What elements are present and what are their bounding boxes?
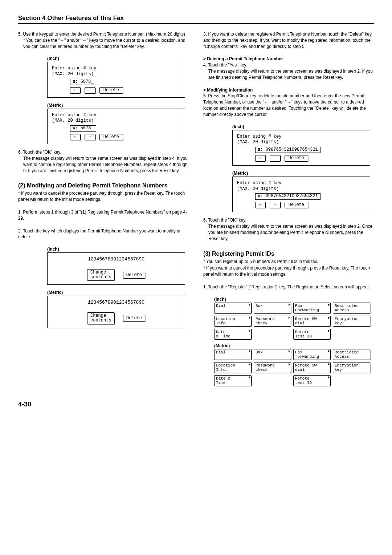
panel-line1: Enter using # key <box>237 134 366 140</box>
delete-button[interactable]: Delete <box>123 272 145 279</box>
reg-box-button[interactable]: Box <box>254 303 291 313</box>
sec2-step-6-body: The message display will return to the s… <box>208 223 374 242</box>
metric-label: (Metric) <box>47 103 189 108</box>
empty-cell <box>333 375 370 385</box>
sec2-step-4-body: The message display will return to the s… <box>208 68 374 81</box>
arrow-left-button[interactable]: ← <box>255 155 266 162</box>
reg-fax-forwarding-button[interactable]: Fax Forwarding <box>293 303 331 313</box>
reg-restricted-access-button[interactable]: Restricted Access <box>333 303 370 313</box>
panel-line2: (MAX. 20 digits) <box>237 186 366 192</box>
right-column: 3. If you want to delete the registered … <box>203 31 374 390</box>
arrow-right-button[interactable]: → <box>85 87 95 94</box>
subheading-3: (3) Registering Permit IDs <box>203 251 374 257</box>
metric-label: (Metric) <box>214 343 374 348</box>
sec3-step-1: 1. Touch the "Register" ["Registration"]… <box>203 284 374 290</box>
step-5-note: * You can use the "←" and/or "→" keys to… <box>23 37 189 50</box>
sec2-step-3: 3. If you want to delete the registered … <box>203 31 374 49</box>
lcd-panel-inch-c: Enter using # key (MAX. 20 digits) ☎: 09… <box>232 130 370 166</box>
registration-grid-metric: Dial Box Fax forwarding Restricted Acces… <box>214 349 370 386</box>
reg-remote-test-id-button[interactable]: Remote test ID <box>293 375 331 386</box>
phone-display: ☎: 09876543210987654321 <box>255 193 320 200</box>
phone-display: ☎: 5678_ <box>70 125 96 132</box>
reg-dial-button[interactable]: Dial <box>214 303 252 313</box>
delete-button[interactable]: Delete <box>123 315 145 322</box>
delete-button[interactable]: Delete <box>285 155 308 162</box>
arrow-right-button[interactable]: → <box>270 155 280 162</box>
subheading-2: (2) Modifying and Deleting Permit Teleph… <box>18 182 189 189</box>
two-column-layout: 5. Use the keypad to enter the desired P… <box>18 31 374 390</box>
reg-password-check-button[interactable]: Password check <box>254 316 291 327</box>
reg-encryption-key-button[interactable]: Encryption key <box>333 316 370 327</box>
delete-button[interactable]: Delete <box>99 134 123 141</box>
panel-line2: (MAX. 20 digits) <box>237 139 366 145</box>
subheading-3-note1: * You can register up to 5 numbers as Pe… <box>203 259 374 265</box>
deleting-heading-block: > Deleting a Permit Telephone Number 4. … <box>203 56 374 80</box>
sec2-step-1: 1. Perform steps 1 through 3 of "(1) Reg… <box>18 209 189 222</box>
phone-display: ☎: 09876543210987654321 <box>255 147 320 153</box>
delete-button[interactable]: Delete <box>99 87 123 94</box>
reg-password-check-button[interactable]: Password check <box>254 362 291 373</box>
inch-label: (Inch) <box>47 56 189 61</box>
step-6-body: The message display will return to the s… <box>23 155 189 174</box>
lcd-panel-metric-a: Enter using #-key (MAX. 20 digits) ☎: 56… <box>47 109 185 144</box>
arrow-left-button[interactable]: ← <box>70 87 81 94</box>
reg-remote-sw-dial-button[interactable]: Remote SW dial <box>293 316 331 327</box>
lcd-panel-inch-a: Enter using # key (MAX. 20 digits) ☎: 56… <box>47 62 185 97</box>
inch-label: (Inch) <box>232 124 374 129</box>
deleting-heading: > Deleting a Permit Telephone Number <box>203 56 283 61</box>
subheading-3-note2: * If you want to cancel the procedure pa… <box>203 265 374 278</box>
panel-line2: (MAX. 20 digits) <box>52 118 180 124</box>
left-column: 5. Use the keypad to enter the desired P… <box>18 31 189 390</box>
metric-label: (Metric) <box>47 290 189 295</box>
reg-fax-forwarding-button[interactable]: Fax forwarding <box>293 349 331 360</box>
reg-remote-sw-dial-button[interactable]: Remote SW dial <box>293 362 331 373</box>
phone-display: ☎: 5678_ <box>70 79 96 85</box>
phone-number-entry: 12345678901234567890 <box>52 256 180 263</box>
reg-date-time-button[interactable]: Date & Time <box>214 375 252 386</box>
reg-location-info-button[interactable]: Location Info. <box>214 316 252 327</box>
registration-grid-inch: Dial Box Fax Forwarding Restricted Acces… <box>214 303 370 340</box>
empty-cell <box>254 329 291 339</box>
arrow-left-button[interactable]: ← <box>70 134 81 141</box>
phone-number-entry: 12345678901234567890 <box>52 300 180 306</box>
lcd-panel-inch-b: 12345678901234567890 Change contents Del… <box>47 252 185 285</box>
reg-restricted-access-button[interactable]: Restricted Access <box>333 349 370 360</box>
step-5-text: 5. Use the keypad to enter the desired P… <box>18 32 185 37</box>
step-5: 5. Use the keypad to enter the desired P… <box>18 31 189 49</box>
sec2-step-6-head: 6. Touch the "OK" key. <box>203 218 246 223</box>
metric-label: (Metric) <box>232 171 374 176</box>
step-6: 6. Touch the "OK" key. The message displ… <box>18 149 189 174</box>
delete-button[interactable]: Delete <box>285 202 308 208</box>
reg-encryption-key-button[interactable]: Encryption key <box>333 362 370 373</box>
reg-location-info-button[interactable]: Location Info. <box>214 362 252 373</box>
page-number: 4-30 <box>18 401 374 408</box>
change-contents-button[interactable]: Change contents <box>87 312 115 324</box>
arrow-left-button[interactable]: ← <box>255 202 266 208</box>
empty-cell <box>333 329 370 339</box>
arrow-right-button[interactable]: → <box>270 202 280 208</box>
panel-line1: Enter using #-key <box>237 181 366 186</box>
panel-line2: (MAX. 20 digits) <box>52 72 180 77</box>
reg-dial-button[interactable]: Dial <box>214 349 252 360</box>
modifying-heading: > Modifying information <box>203 88 253 93</box>
sec2-step-5: 5. Press the Stop/Clear key to delete th… <box>203 93 366 117</box>
reg-box-button[interactable]: Box <box>254 349 291 360</box>
empty-cell <box>254 375 291 385</box>
reg-remote-test-id-button[interactable]: Remote Test ID <box>293 329 331 340</box>
modifying-heading-block: > Modifying information 5. Press the Sto… <box>203 87 374 118</box>
lcd-panel-metric-c: Enter using #-key (MAX. 20 digits) ☎: 09… <box>232 177 370 212</box>
inch-label: (Inch) <box>47 247 189 252</box>
reg-date-time-button[interactable]: Date & Time <box>214 329 252 340</box>
arrow-right-button[interactable]: → <box>85 134 95 141</box>
subheading-2-note: * If you want to cancel the procedure pa… <box>18 190 189 203</box>
change-contents-button[interactable]: Change contents <box>87 269 115 281</box>
panel-line1: Enter using #-key <box>52 113 180 118</box>
section-header: Section 4 Other Features of this Fax <box>18 15 374 24</box>
inch-label: (Inch) <box>214 297 374 302</box>
sec2-step-6: 6. Touch the "OK" key. The message displ… <box>203 217 374 242</box>
panel-line1: Enter using # key <box>52 66 180 72</box>
sec2-step-4: 4. Touch the "Yes" key. <box>203 62 247 68</box>
lcd-panel-metric-b: 12345678901234567890 Change contents Del… <box>47 296 185 328</box>
step-6-head: 6. Touch the "OK" key. <box>18 150 61 155</box>
sec2-step-2: 2. Touch the key which displays the Perm… <box>18 228 189 240</box>
